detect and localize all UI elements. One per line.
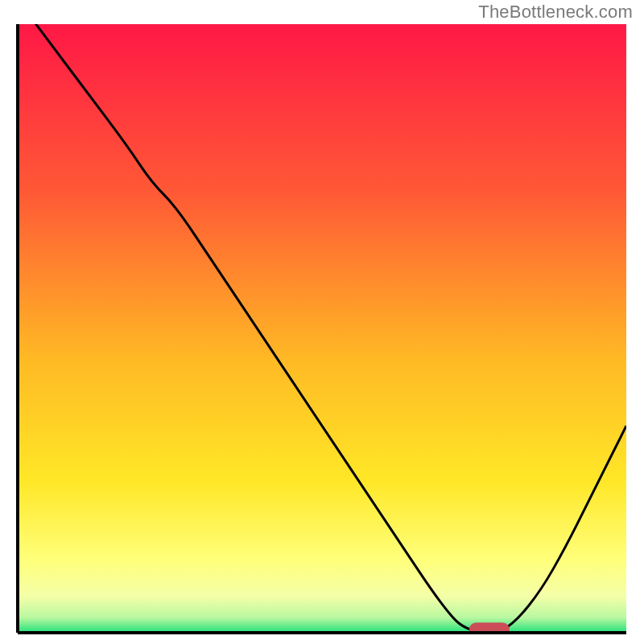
gradient-background [18,24,626,633]
chart-container: { "attribution": "TheBottleneck.com", "c… [0,0,644,644]
bottleneck-chart [0,0,644,644]
optimal-marker [469,623,509,637]
attribution-text: TheBottleneck.com [478,2,633,23]
